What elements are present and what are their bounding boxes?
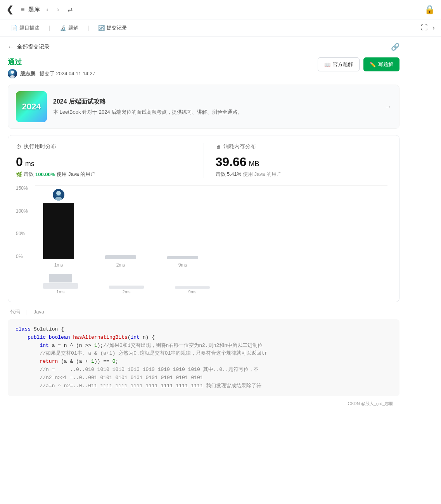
time-title-label: 执行用时分布: [24, 143, 56, 150]
tab-description-label: 题目描述: [19, 24, 40, 31]
time-stats: ⏱ 执行用时分布 0 ms 🌿 击败 100.00% 使用 Java 的用户: [16, 143, 204, 178]
stats-row: ⏱ 执行用时分布 0 ms 🌿 击败 100.00% 使用 Java 的用户 🖥: [16, 143, 391, 178]
mem-value-row: 39.66 MB: [216, 155, 392, 169]
code-label: 代码: [10, 309, 20, 315]
code-line-3: int a = n ^ (n >> 1);//如果0和1交替出现，则将n右移一位…: [16, 342, 392, 350]
mini-bar-1a: [49, 274, 72, 282]
x-label-2ms: 2ms: [105, 262, 136, 268]
mini-bar-2: [109, 286, 144, 289]
mem-unit: MB: [249, 160, 259, 168]
chart-bars-area: [35, 185, 387, 259]
prev-arrow-icon[interactable]: ‹: [44, 5, 50, 15]
solution-icon: 🔬: [60, 25, 66, 31]
book-card[interactable]: 2024 2024 后端面试攻略 本 LeetBook 针对于 2024 后端岗…: [8, 85, 399, 129]
top-nav: ❮ ≡ 题库 ‹ › ⇄ 🔒: [0, 0, 441, 19]
code-line-7: //n2=n>>1 =..0..001 0101 0101 0101 0101 …: [16, 374, 392, 382]
mini-label-2: 2ms: [123, 289, 131, 294]
mem-beat-suffix: 使用 Java 的用户: [243, 171, 282, 178]
official-solution-button[interactable]: 📖 官方题解: [318, 57, 360, 71]
book-desc: 本 LeetBook 针对于 2024 后端岗位的面试高频考点，提供练习、讲解、…: [53, 108, 378, 116]
nav-center: ≡ 题库 ‹ › ⇄: [21, 4, 424, 15]
code-section: 代码 | Java class Solution { public boolea…: [8, 308, 399, 396]
book-info: 2024 后端面试攻略 本 LeetBook 针对于 2024 后端岗位的面试高…: [53, 98, 378, 116]
lang-name: Java: [34, 309, 44, 315]
x-label-9ms: 9ms: [167, 262, 198, 268]
mini-group-3: 9ms: [175, 286, 210, 294]
tab-bar: 📄 题目描述 | 🔬 题解 | 🔄 提交记录 ⛶ ›: [0, 19, 441, 36]
submission-left: 通过: [8, 57, 95, 78]
book-title: 2024 后端面试攻略: [53, 98, 378, 106]
code-line-1: class Solution {: [16, 326, 392, 334]
next-arrow-icon[interactable]: ›: [55, 5, 61, 15]
time-beat-pct: 100.00%: [35, 171, 55, 177]
svg-point-4: [56, 191, 61, 196]
content-area: ← 全部提交记录 🔗 通过: [0, 36, 407, 416]
time-beat-label: 击败: [24, 171, 34, 178]
submission-actions: 📖 官方题解 ✏️ 写题解: [318, 57, 399, 71]
chart-bar-9ms: [167, 256, 198, 259]
bar-group-9ms: [167, 256, 198, 259]
y-label-150: 150%: [16, 185, 33, 191]
expand-icon[interactable]: ⛶: [421, 24, 428, 32]
tab-submissions[interactable]: 🔄 提交记录: [93, 22, 131, 34]
random-icon[interactable]: ⇄: [65, 4, 75, 15]
question-bank-label[interactable]: 题库: [28, 6, 40, 13]
svg-point-1: [11, 71, 14, 74]
mem-beat-label: 击败 5.41%: [216, 171, 241, 178]
book-icon: 📖: [324, 62, 330, 68]
tab-divider-1: |: [47, 25, 52, 31]
back-row[interactable]: ← 全部提交记录 🔗: [8, 43, 399, 51]
code-block: class Solution { public boolean hasAlter…: [8, 319, 399, 396]
tab-solution[interactable]: 🔬 题解: [55, 22, 83, 34]
chart-y-axis: 150% 100% 50% 0%: [16, 185, 33, 259]
submissions-icon: 🔄: [98, 25, 105, 31]
svg-point-2: [10, 75, 15, 78]
menu-icon: ≡: [21, 6, 24, 13]
mem-value: 39.66: [216, 155, 247, 169]
time-value: 0: [16, 155, 23, 169]
submitter-info: 殷志鹏 提交于 2024.04.11 14:27: [8, 69, 95, 78]
write-solution-button[interactable]: ✏️ 写题解: [363, 57, 399, 71]
status-text: 通过: [8, 57, 95, 67]
time-value-row: 0 ms: [16, 155, 192, 169]
book-cover: 2024: [16, 91, 47, 122]
tab-description[interactable]: 📄 题目描述: [6, 22, 44, 34]
write-btn-label: 写题解: [378, 61, 393, 68]
mini-bar-3: [175, 286, 210, 289]
tab-submissions-label: 提交记录: [107, 24, 127, 31]
chart-tooltip-avatar: [53, 189, 64, 201]
code-line-2: public boolean hasAlternatingBits(int n)…: [16, 334, 392, 342]
lock-icon[interactable]: 🔒: [424, 5, 435, 14]
mini-group-2: 2ms: [109, 286, 144, 294]
description-icon: 📄: [11, 25, 17, 31]
code-line-8: //a=n ^ n2=..0..011 1111 1111 1111 1111 …: [16, 382, 392, 390]
mini-label-3: 9ms: [189, 289, 197, 294]
y-label-0: 0%: [16, 254, 33, 259]
mem-section-title: 🖥 消耗内存分布: [216, 143, 392, 150]
collapse-icon[interactable]: ›: [432, 24, 435, 32]
book-cover-text: 2024: [22, 102, 41, 112]
mini-group-1: 1ms: [43, 274, 78, 294]
clock-icon: ⏱: [16, 144, 21, 150]
mini-label-1: 1ms: [57, 289, 65, 294]
mem-title-label: 消耗内存分布: [223, 143, 256, 150]
chart-bar-2ms: [105, 255, 136, 259]
code-lang-label: 代码 | Java: [8, 308, 399, 315]
wave-icon: 🌿: [16, 171, 22, 177]
stats-card: ⏱ 执行用时分布 0 ms 🌿 击败 100.00% 使用 Java 的用户 🖥: [8, 135, 399, 302]
submitter-name: 殷志鹏: [20, 71, 35, 76]
tab-solution-label: 题解: [68, 24, 78, 31]
code-line-4: //如果是交替01串, a & (a+1) 必然为0.这就是交替01串的规律，只…: [16, 350, 392, 358]
link-icon[interactable]: 🔗: [391, 43, 399, 51]
official-btn-label: 官方题解: [333, 61, 353, 68]
chart-bar-1ms: [43, 203, 74, 259]
nav-right: 🔒: [424, 5, 435, 15]
memory-stats: 🖥 消耗内存分布 39.66 MB 击败 5.41% 使用 Java 的用户: [204, 143, 392, 178]
time-unit: ms: [25, 160, 35, 168]
bar-group-1ms: [43, 203, 74, 259]
time-beat: 🌿 击败 100.00% 使用 Java 的用户: [16, 171, 192, 178]
y-label-100: 100%: [16, 208, 33, 214]
mem-icon: 🖥: [216, 144, 221, 150]
logo-icon[interactable]: ❮: [6, 5, 13, 15]
x-label-1ms: 1ms: [43, 262, 74, 268]
